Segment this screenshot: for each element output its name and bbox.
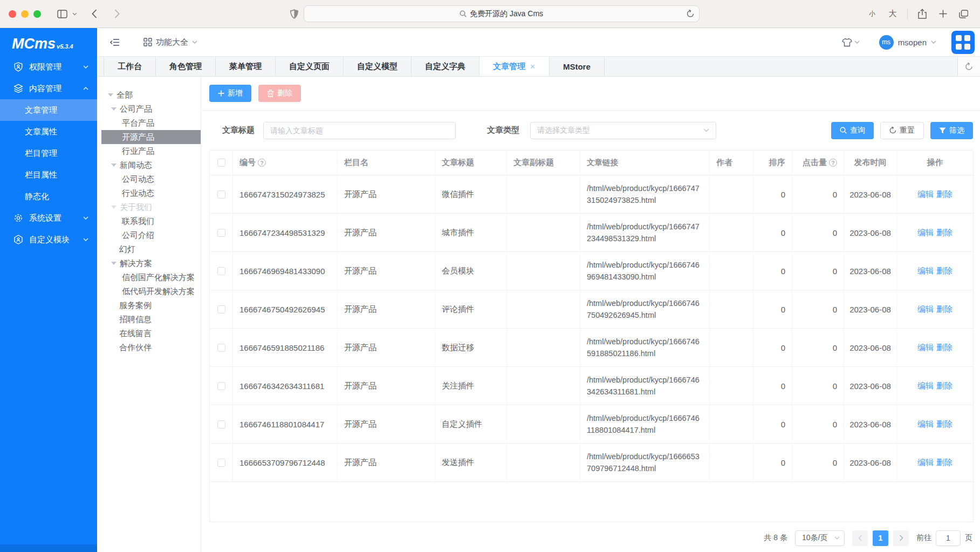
edit-link[interactable]: 编辑 xyxy=(917,381,934,391)
row-checkbox[interactable] xyxy=(217,420,225,428)
window-minimize-button[interactable] xyxy=(21,10,29,18)
tab-mstore[interactable]: MStore xyxy=(550,57,605,76)
tab-custom-dict[interactable]: 自定义字典 xyxy=(412,57,479,76)
text-larger-button[interactable]: 大 xyxy=(885,6,901,22)
tree-node-partners[interactable]: 合作伙伴 xyxy=(97,340,201,355)
sidebar-item-article-management[interactable]: 文章管理 xyxy=(0,99,97,121)
edit-link[interactable]: 编辑 xyxy=(917,419,934,430)
tree-node-online-message[interactable]: 在线留言 xyxy=(97,326,201,340)
delete-link[interactable]: 删除 xyxy=(936,458,952,468)
next-page-button[interactable] xyxy=(893,530,909,546)
tree-node-company-intro[interactable]: 公司介绍 xyxy=(97,228,201,242)
browser-sidebar-icon[interactable] xyxy=(54,6,70,22)
select-all-checkbox[interactable] xyxy=(217,159,225,167)
refresh-tab-icon[interactable] xyxy=(957,57,980,76)
tree-node-company-news[interactable]: 公司动态 xyxy=(97,172,201,186)
tab-custom-page[interactable]: 自定义页面 xyxy=(276,57,344,76)
row-checkbox[interactable] xyxy=(217,305,225,314)
reset-button[interactable]: 重置 xyxy=(880,122,924,139)
tree-node-open-source-products[interactable]: 开源产品 xyxy=(101,130,201,144)
reload-icon[interactable] xyxy=(687,10,694,18)
tab-workbench[interactable]: 工作台 xyxy=(104,57,156,76)
tree-node-industry-products[interactable]: 行业产品 xyxy=(97,144,201,158)
prev-page-button[interactable] xyxy=(852,530,868,546)
delete-link[interactable]: 删除 xyxy=(936,304,952,315)
delete-link[interactable]: 删除 xyxy=(936,381,952,391)
row-checkbox[interactable] xyxy=(217,229,225,237)
tree-node-contact-us[interactable]: 联系我们 xyxy=(97,214,201,228)
row-checkbox[interactable] xyxy=(217,459,225,467)
delete-link[interactable]: 删除 xyxy=(936,419,952,430)
tree-node-service-cases[interactable]: 服务案例 xyxy=(97,298,201,312)
tab-role-management[interactable]: 角色管理 xyxy=(156,57,216,76)
caret-down-icon[interactable] xyxy=(111,262,116,265)
browser-forward-button[interactable] xyxy=(109,6,125,22)
close-tab-icon[interactable]: ✕ xyxy=(530,63,536,71)
tab-overview-icon[interactable] xyxy=(955,6,971,22)
privacy-shield-icon[interactable] xyxy=(290,9,298,19)
page-size-select[interactable]: 10条/页 xyxy=(795,530,845,546)
goto-page-input[interactable] xyxy=(936,530,961,546)
tree-node-company-products[interactable]: 公司产品 xyxy=(97,102,201,116)
address-bar[interactable]: 免费开源的 Java Cms xyxy=(304,5,700,22)
tab-menu-management[interactable]: 菜单管理 xyxy=(216,57,276,76)
tree-node-industry-news[interactable]: 行业动态 xyxy=(97,186,201,200)
sidebar-dropdown-chevron-icon[interactable] xyxy=(70,6,79,22)
tree-node-platform-products[interactable]: 平台产品 xyxy=(97,116,201,130)
delete-link[interactable]: 删除 xyxy=(936,343,952,353)
app-grid-button[interactable] xyxy=(951,31,975,54)
row-checkbox[interactable] xyxy=(217,382,225,390)
caret-down-icon[interactable] xyxy=(108,93,113,97)
sidebar-item-column-attributes[interactable]: 栏目属性 xyxy=(0,164,97,186)
tree-node-solutions[interactable]: 解决方案 xyxy=(97,256,201,270)
add-button[interactable]: 新增 xyxy=(209,85,251,102)
edit-link[interactable]: 编辑 xyxy=(917,304,934,315)
tab-custom-model[interactable]: 自定义模型 xyxy=(344,57,412,76)
browser-back-button[interactable] xyxy=(86,6,102,22)
help-icon[interactable]: ? xyxy=(829,159,837,167)
edit-link[interactable]: 编辑 xyxy=(917,228,934,238)
sidebar-item-custom-modules[interactable]: 自定义模块 xyxy=(0,229,97,250)
theme-switcher-button[interactable] xyxy=(842,38,860,47)
tree-node-lowcode-solution[interactable]: 低代码开发解决方案 xyxy=(97,284,201,298)
delete-link[interactable]: 删除 xyxy=(936,266,952,276)
app-logo[interactable]: MCms v5.3.4 xyxy=(0,28,97,56)
row-checkbox[interactable] xyxy=(217,190,225,199)
caret-down-icon[interactable] xyxy=(111,107,116,111)
tree-node-all[interactable]: 全部 xyxy=(97,88,201,102)
tree-node-news[interactable]: 新闻动态 xyxy=(97,158,201,172)
share-icon[interactable] xyxy=(914,6,930,22)
tree-node-xinchuang-solution[interactable]: 信创国产化解决方案 xyxy=(97,270,201,284)
caret-down-icon[interactable] xyxy=(111,163,116,167)
tab-article-management[interactable]: 文章管理 ✕ xyxy=(479,57,550,76)
edit-link[interactable]: 编辑 xyxy=(917,343,934,353)
tree-node-about-us[interactable]: 关于我们 xyxy=(97,200,201,214)
article-title-input[interactable] xyxy=(263,122,456,139)
collapse-sidebar-icon[interactable] xyxy=(107,34,123,50)
window-close-button[interactable] xyxy=(9,10,16,18)
row-checkbox[interactable] xyxy=(217,344,225,352)
sidebar-item-permissions[interactable]: 权限管理 xyxy=(0,56,97,78)
text-smaller-button[interactable]: 小 xyxy=(864,6,880,22)
row-checkbox[interactable] xyxy=(217,267,225,275)
window-zoom-button[interactable] xyxy=(33,10,41,18)
article-type-select[interactable]: 请选择文章类型 xyxy=(530,122,716,139)
help-icon[interactable]: ? xyxy=(258,159,266,167)
edit-link[interactable]: 编辑 xyxy=(917,458,934,468)
edit-link[interactable]: 编辑 xyxy=(917,189,934,200)
tree-node-recruitment[interactable]: 招聘信息 xyxy=(97,312,201,326)
sidebar-item-static[interactable]: 静态化 xyxy=(0,186,97,207)
caret-down-icon[interactable] xyxy=(111,206,116,209)
sidebar-item-column-management[interactable]: 栏目管理 xyxy=(0,142,97,164)
new-tab-icon[interactable] xyxy=(935,6,951,22)
tree-node-slides[interactable]: 幻灯 xyxy=(97,242,201,256)
page-number-button[interactable]: 1 xyxy=(873,530,888,546)
feature-menu-button[interactable]: 功能大全 xyxy=(143,37,197,47)
delete-button[interactable]: 删除 xyxy=(258,85,301,102)
sidebar-item-content[interactable]: 内容管理 xyxy=(0,78,97,99)
delete-link[interactable]: 删除 xyxy=(936,228,952,238)
sidebar-item-article-attributes[interactable]: 文章属性 xyxy=(0,121,97,142)
sidebar-item-system-settings[interactable]: 系统设置 xyxy=(0,207,97,229)
filter-button[interactable]: 筛选 xyxy=(930,122,973,139)
edit-link[interactable]: 编辑 xyxy=(917,266,934,276)
